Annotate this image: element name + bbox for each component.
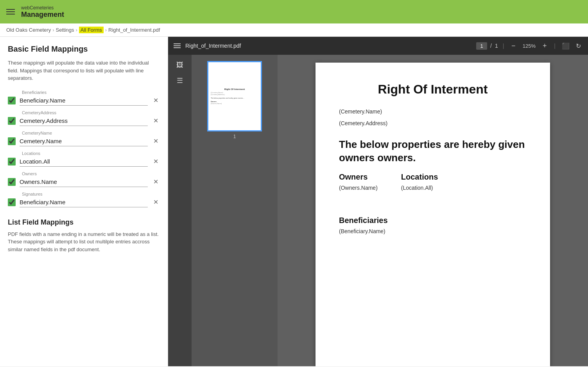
pdf-locations-section: Locations (Location.All)	[401, 173, 438, 196]
pdf-thumbnail-icon[interactable]: 🖼	[174, 59, 186, 71]
pdf-thumbnail-wrap: Right Of Interment (Cemetery.Name) (Ceme…	[207, 61, 262, 139]
pdf-cemetery-address-field: (Cemetery.Address)	[339, 120, 527, 126]
pdf-thumbnail-area: Right Of Interment (Cemetery.Name) (Ceme…	[192, 55, 278, 366]
list-mappings-desc: PDF fields with a name ending in a numer…	[8, 230, 160, 254]
field-input-signatures[interactable]	[20, 197, 148, 207]
field-checkbox-signatures[interactable]	[8, 198, 16, 206]
pdf-zoom-in-button[interactable]: +	[540, 41, 549, 50]
app-title: webCemeteries Management	[21, 5, 64, 19]
field-input-beneficiaries[interactable]	[20, 95, 148, 106]
pdf-locations-field: (Location.All)	[401, 185, 438, 191]
pdf-refresh-icon[interactable]: ↻	[574, 42, 583, 50]
field-input-cemetery-address[interactable]	[20, 116, 148, 126]
pdf-page-controls: / 1 | − 125% + | ⬛ ↻	[476, 41, 583, 50]
field-mapping-cemetery-name: CemeteryName ✕	[8, 131, 160, 148]
breadcrumb-item-file: Right_of_Interment.pdf	[108, 27, 160, 33]
pdf-toolbar: Right_of_Interment.pdf / 1 | − 125% + | …	[168, 37, 588, 55]
pdf-beneficiaries-field: (Beneficiary.Name)	[339, 228, 527, 234]
field-checkbox-cemetery-address[interactable]	[8, 117, 16, 125]
field-mapping-cemetery-address: CemeteryAddress ✕	[8, 110, 160, 128]
field-checkbox-locations[interactable]	[8, 158, 16, 166]
field-clear-signatures[interactable]: ✕	[152, 198, 160, 206]
field-mapping-owners: Owners ✕	[8, 171, 160, 189]
breadcrumb-item-settings[interactable]: Settings	[56, 27, 74, 33]
pdf-zoom-out-button[interactable]: −	[509, 41, 518, 50]
field-label-locations: Locations	[22, 151, 160, 156]
field-input-locations[interactable]	[20, 157, 148, 167]
breadcrumb-item-cemetery[interactable]: Old Oaks Cemetery	[6, 27, 51, 33]
field-label-beneficiaries: Beneficiaries	[22, 90, 160, 95]
field-mapping-signatures: Signatures ✕	[8, 192, 160, 209]
field-label-cemetery-name: CemeteryName	[22, 131, 160, 135]
pdf-beneficiaries-heading: Beneficiaries	[339, 216, 527, 225]
pdf-owners-section: Owners (Owners.Name)	[339, 173, 378, 196]
field-checkbox-beneficiaries[interactable]	[8, 97, 16, 104]
field-clear-owners[interactable]: ✕	[152, 178, 160, 185]
pdf-thumbnail-1[interactable]: Right Of Interment (Cemetery.Name) (Ceme…	[207, 61, 262, 131]
pdf-document: Right Of Interment (Cemetery.Name) (Ceme…	[278, 55, 588, 366]
pdf-menu-icon[interactable]	[174, 43, 181, 48]
left-panel: Basic Field Mappings These mappings will…	[0, 37, 168, 366]
pdf-download-icon[interactable]: ⬛	[560, 42, 571, 50]
field-input-owners[interactable]	[20, 177, 148, 187]
pdf-divider2: |	[554, 43, 556, 49]
field-input-cemetery-name[interactable]	[20, 136, 148, 146]
field-checkbox-owners[interactable]	[8, 178, 16, 186]
pdf-content: 🖼 ☰ Right Of Interment (Cemetery.Name) (…	[168, 55, 588, 366]
field-mapping-locations: Locations ✕	[8, 151, 160, 168]
field-checkbox-cemetery-name[interactable]	[8, 137, 16, 145]
pdf-beneficiaries-section: Beneficiaries (Beneficiary.Name)	[339, 216, 527, 234]
field-label-signatures: Signatures	[22, 192, 160, 196]
pdf-divider: |	[503, 43, 504, 49]
pdf-thumbnail-num: 1	[233, 134, 236, 139]
pdf-owners-field: (Owners.Name)	[339, 185, 378, 191]
field-clear-cemetery-address[interactable]: ✕	[152, 117, 160, 124]
breadcrumb: Old Oaks Cemetery › Settings › All Forms…	[0, 23, 588, 37]
pdf-owners-heading: Owners	[339, 173, 378, 182]
pdf-page-separator: /	[490, 43, 492, 49]
field-clear-beneficiaries[interactable]: ✕	[152, 97, 160, 104]
pdf-zoom-level: 125%	[521, 43, 537, 49]
pdf-locations-heading: Locations	[401, 173, 438, 182]
app-subtitle: webCemeteries	[21, 5, 64, 11]
breadcrumb-item-all-forms[interactable]: All Forms	[79, 27, 104, 33]
pdf-filename: Right_of_Interment.pdf	[185, 43, 471, 49]
field-mapping-beneficiaries: Beneficiaries ✕	[8, 90, 160, 107]
pdf-sidebar: 🖼 ☰	[168, 55, 192, 366]
basic-mappings-heading: Basic Field Mappings	[8, 45, 160, 54]
pdf-cemetery-name-field: (Cemetery.Name)	[339, 108, 527, 115]
pdf-viewer: Right_of_Interment.pdf / 1 | − 125% + | …	[168, 37, 588, 366]
app-bar: webCemeteries Management	[0, 0, 588, 23]
pdf-total-pages: 1	[495, 43, 498, 49]
field-label-owners: Owners	[22, 171, 160, 176]
field-label-cemetery-address: CemeteryAddress	[22, 110, 160, 115]
pdf-body-text: The below properties are hereby given ow…	[339, 138, 527, 165]
pdf-title: Right Of Interment	[339, 82, 527, 97]
main-layout: Basic Field Mappings These mappings will…	[0, 37, 588, 366]
app-name: Management	[21, 11, 64, 19]
basic-mappings-desc: These mappings will populate the data va…	[8, 59, 160, 82]
field-clear-cemetery-name[interactable]: ✕	[152, 137, 160, 145]
pdf-page-input[interactable]	[476, 42, 487, 50]
pdf-layers-icon[interactable]: ☰	[174, 74, 186, 87]
field-clear-locations[interactable]: ✕	[152, 158, 160, 165]
pdf-page: Right Of Interment (Cemetery.Name) (Ceme…	[316, 63, 550, 366]
menu-button[interactable]	[6, 9, 15, 14]
pdf-two-col: Owners (Owners.Name) Locations (Location…	[339, 173, 527, 196]
list-mappings-heading: List Field Mappings	[8, 218, 160, 227]
